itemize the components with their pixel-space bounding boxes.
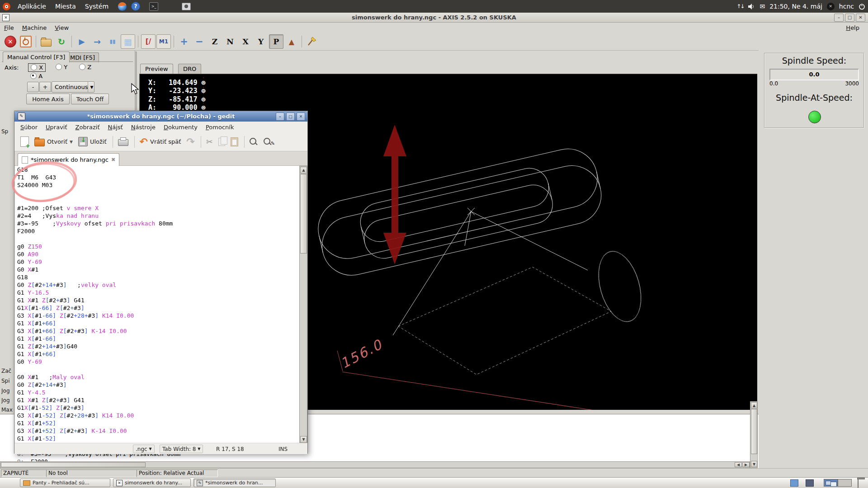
stop-button[interactable]: ▦ (121, 34, 135, 49)
gedit-vscrollbar[interactable]: ▲ ▼ (299, 166, 307, 443)
terminal-icon[interactable]: >_ (149, 2, 158, 11)
mail-icon[interactable]: ✉ (760, 3, 765, 10)
minimize-button[interactable]: – (834, 14, 844, 22)
step-button[interactable]: → (90, 34, 104, 49)
zoom-in-button[interactable]: + (177, 34, 191, 49)
replace-button[interactable]: ✎ (261, 136, 277, 148)
firefox-icon[interactable] (118, 2, 127, 11)
jog-mode-combo[interactable]: Continuous ▼ (52, 81, 94, 93)
machine-power-button[interactable] (19, 34, 33, 49)
panel-sash[interactable] (136, 52, 137, 110)
estop-button[interactable]: ✕ (3, 34, 18, 49)
listing-hthumb[interactable] (1, 462, 146, 467)
gedit-menu-nájsť[interactable]: Nájsť (104, 123, 127, 131)
gedit-menu-pomocník[interactable]: Pomocník (202, 123, 238, 131)
distro-logo-icon[interactable] (3, 3, 10, 10)
gedit-menu-upraviť[interactable]: Upraviť (42, 123, 71, 131)
maximize-button[interactable]: □ (286, 113, 295, 121)
tab-manual-control[interactable]: Manual Control [F3] (3, 52, 70, 62)
panel-applet2-icon[interactable] (806, 479, 814, 487)
top-menu-systém[interactable]: Systém (80, 1, 113, 11)
menu-view[interactable]: View (51, 23, 73, 32)
gedit-menu-nástroje[interactable]: Nástroje (127, 123, 160, 131)
workspace-2[interactable] (838, 479, 852, 487)
panel-applet-icon[interactable] (790, 479, 798, 487)
screenshot-icon[interactable] (182, 2, 191, 11)
optional-stop-button[interactable]: M1 (156, 34, 171, 49)
gedit-menu-súbor[interactable]: Súbor (16, 123, 42, 131)
scroll-right-icon[interactable]: ▶ (742, 462, 750, 467)
top-menu-aplikácie[interactable]: Aplikácie (13, 1, 51, 11)
cut-button[interactable]: ✂ (204, 136, 215, 148)
find-button[interactable] (247, 136, 260, 148)
listing-hscrollbar[interactable]: ◀ ▶ (0, 461, 750, 468)
view-z-rotated-button[interactable]: N (223, 34, 237, 49)
jog-minus-button[interactable]: - (27, 82, 39, 92)
scroll-up-icon[interactable]: ▲ (300, 167, 307, 174)
menu-file[interactable]: File (0, 23, 18, 32)
redo-button[interactable]: ↷ (184, 137, 197, 147)
close-button[interactable]: ✕ (856, 14, 865, 22)
network-icon[interactable]: ↑↓ (736, 3, 744, 9)
user-name[interactable]: hcnc (839, 3, 854, 10)
clear-plot-button[interactable] (305, 34, 319, 49)
workspace-1[interactable] (824, 479, 838, 487)
gedit-menu-zobraziť[interactable]: Zobraziť (71, 123, 104, 131)
user-switcher-icon[interactable]: ✕ (827, 3, 835, 10)
clock[interactable]: 21:50, Ne 4. máj (769, 3, 822, 10)
axis-radio-x[interactable]: X (28, 63, 46, 72)
volume-icon[interactable] (748, 4, 755, 9)
menu-help[interactable]: Help (842, 23, 863, 32)
language-combo[interactable]: .ngc ▼ (133, 445, 155, 453)
close-button[interactable]: ✕ (297, 113, 305, 121)
axis-radio-a[interactable]: A (28, 72, 45, 80)
rotate-view-button[interactable]: ▲ (284, 34, 299, 49)
tab-preview[interactable]: Preview (140, 64, 173, 74)
top-menu-miesta[interactable]: Miesta (51, 1, 80, 11)
document-tab[interactable]: *simonswerk do hrany.ngc ✖ (18, 153, 119, 166)
copy-button[interactable] (216, 136, 227, 147)
tab-dro[interactable]: DRO (178, 64, 201, 74)
jog-plus-button[interactable]: + (39, 82, 51, 92)
scroll-left-icon[interactable]: ◀ (735, 462, 742, 467)
view-z-button[interactable]: Z (208, 34, 222, 49)
chevron-down-icon[interactable]: ▼ (70, 140, 73, 144)
tab-mdi[interactable]: MDI [F5] (66, 52, 99, 62)
home-axis-button[interactable]: Home Axis (26, 94, 70, 104)
view-perspective-button[interactable]: P (269, 34, 283, 49)
touch-off-button[interactable]: Touch Off (71, 94, 109, 104)
open-button[interactable]: Otvoriť ▼ (32, 136, 75, 148)
maximize-button[interactable]: □ (845, 14, 854, 22)
minimize-button[interactable]: – (276, 113, 284, 121)
new-document-button[interactable] (18, 135, 31, 148)
scroll-down-icon[interactable]: ▼ (300, 436, 307, 443)
code-editor[interactable]: G18T1 M6 G43S24000 M03 #1=200 ;Ofset v s… (15, 166, 299, 443)
pause-button[interactable]: ▮▮ (105, 34, 120, 49)
menu-machine[interactable]: Machine (18, 23, 51, 32)
trash-icon[interactable] (858, 479, 859, 488)
close-icon[interactable]: ✖ (111, 157, 115, 163)
tab-width-combo[interactable]: Tab Width: 8 ▼ (160, 445, 203, 453)
save-button[interactable]: Uložiť (76, 136, 109, 148)
taskbar-button[interactable]: ✎*simonswerk do hran... (193, 479, 276, 487)
taskbar-button[interactable]: Panty - Prehliadač sú... (20, 479, 110, 487)
print-button[interactable] (116, 136, 131, 147)
axis-titlebar[interactable]: ✕ simonswerk do hrany.ngc - AXIS 2.5.2 o… (0, 13, 868, 23)
axis-radio-y[interactable]: Y (53, 63, 70, 71)
view-y-button[interactable]: Y (254, 34, 268, 49)
undo-button[interactable]: ↶ Vrátiť späť (137, 137, 184, 147)
run-program-button[interactable]: ▶ (75, 34, 89, 49)
paste-button[interactable] (228, 136, 241, 148)
power-icon[interactable] (859, 3, 865, 10)
open-file-button[interactable] (39, 34, 53, 49)
skip-lines-button[interactable]: [/ (141, 34, 156, 49)
gedit-titlebar[interactable]: ✎ *simonswerk do hrany.ngc (~/Plocha) - … (14, 111, 307, 122)
taskbar-button[interactable]: ✕simonswerk do hrany... (113, 479, 191, 487)
listing-vthumb[interactable] (751, 409, 757, 454)
zoom-out-button[interactable]: − (192, 34, 207, 49)
reload-file-button[interactable]: ↻ (54, 34, 69, 49)
scroll-up-icon[interactable]: ▲ (751, 402, 757, 408)
gedit-vthumb[interactable] (300, 174, 307, 253)
axis-radio-z[interactable]: Z (77, 63, 94, 71)
scroll-down-icon[interactable]: ▼ (751, 461, 757, 467)
